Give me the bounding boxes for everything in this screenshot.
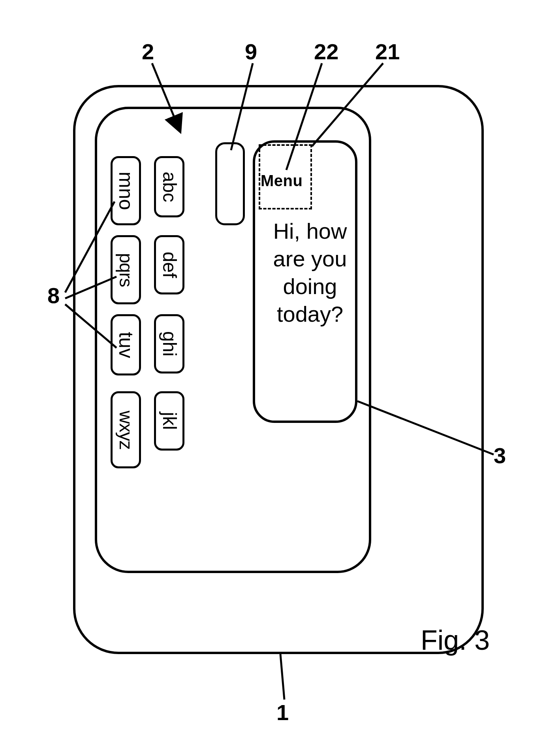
key-jkl[interactable]: jkl [154,391,184,451]
figure-stage: Menu Hi, how are you doing today? abc de… [0,0,560,745]
key-label: mno [115,172,137,210]
key-label: jkl [158,412,180,430]
svg-line-8 [280,654,284,700]
key-label: abc [158,172,180,202]
ref-21: 21 [375,39,400,64]
key-label: ghi [158,331,180,356]
key-label: def [158,252,180,278]
screen-message: Hi, how are you doing today? [261,217,359,328]
key-pqrs[interactable]: pqrs [111,235,141,304]
ref-1: 1 [276,700,289,725]
ref-3: 3 [494,443,506,468]
key-ghi[interactable]: ghi [154,314,184,373]
ref-2: 2 [142,39,154,64]
key-abc[interactable]: abc [154,156,184,217]
key-label: pqrs [115,253,137,287]
key-tuv[interactable]: tuv [111,314,141,375]
key-wxyz[interactable]: wxyz [111,391,141,468]
key-def[interactable]: def [154,235,184,294]
key-mno[interactable]: mno [111,156,141,225]
ref-8: 8 [47,283,60,308]
menu-label: Menu [261,172,303,190]
key-label: wxyz [115,410,137,449]
soft-key[interactable] [215,142,245,225]
ref-9: 9 [245,39,257,64]
ref-22: 22 [314,39,338,64]
key-label: tuv [115,332,137,358]
figure-label: Fig. 3 [421,624,490,656]
